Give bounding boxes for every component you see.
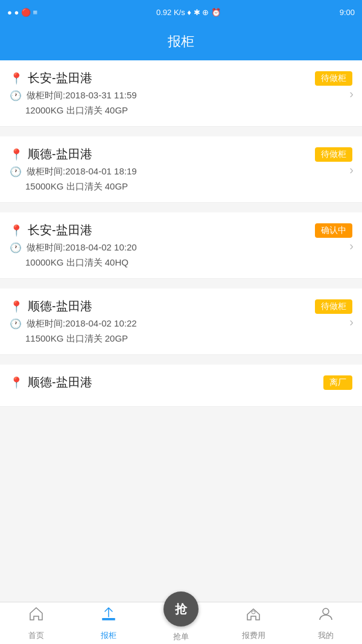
- page-title: 报柜: [168, 34, 194, 49]
- clock-icon: 🕐: [10, 318, 22, 330]
- clock-icon: 🕐: [10, 242, 22, 253]
- card-details: 15000KG 出口清关 40GP: [10, 181, 352, 193]
- status-center: 0.92 K/s ♦ ✱ ⊕ ⏰: [156, 8, 221, 17]
- route-label: 顺德-盐田港: [28, 146, 92, 162]
- card-time: 🕐 做柜时间:2018-03-31 11:59: [10, 90, 352, 101]
- status-badge: 待做柜: [315, 71, 352, 86]
- route-label: 顺德-盐田港: [28, 374, 92, 391]
- location-icon: 📍: [10, 300, 23, 313]
- nav-item-qiangdan[interactable]: 抢 抢单: [145, 602, 217, 644]
- card-title: 📍 长安-盐田港: [10, 70, 92, 86]
- svg-point-2: [323, 608, 329, 614]
- route-label: 长安-盐田港: [28, 222, 92, 238]
- nav-item-baofeiyong[interactable]: 报费用: [217, 602, 290, 644]
- status-badge: 离厂: [323, 375, 352, 390]
- home-icon: [28, 606, 44, 625]
- svg-rect-0: [103, 618, 115, 620]
- status-left: ● ● 🔴 ≡: [7, 8, 37, 17]
- chevron-right-icon: ›: [349, 314, 354, 328]
- location-icon: 📍: [10, 148, 23, 161]
- qiangdan-label: 抢单: [173, 631, 189, 642]
- location-icon: 📍: [10, 72, 23, 85]
- svg-rect-1: [252, 611, 255, 614]
- clock-icon: 🕐: [10, 166, 22, 177]
- status-badge: 确认中: [315, 223, 352, 238]
- card-title: 📍 长安-盐田港: [10, 222, 92, 238]
- list-item[interactable]: 📍 顺德-盐田港 待做柜 🕐 做柜时间:2018-04-02 10:22 115…: [0, 289, 362, 355]
- card-details: 10000KG 出口清关 40HQ: [10, 257, 352, 269]
- divider: [0, 127, 362, 132]
- status-bar: ● ● 🔴 ≡ 0.92 K/s ♦ ✱ ⊕ ⏰ 9:00: [0, 0, 362, 24]
- status-badge: 待做柜: [315, 147, 352, 162]
- card-header: 📍 顺德-盐田港 待做柜: [10, 146, 352, 162]
- baogui-icon: [101, 606, 116, 625]
- card-header: 📍 长安-盐田港 确认中: [10, 222, 352, 238]
- qiangdan-fab-button[interactable]: 抢: [164, 591, 198, 626]
- chevron-right-icon: ›: [349, 238, 354, 252]
- time-value: 做柜时间:2018-03-31 11:59: [27, 90, 137, 101]
- status-icons: ● ● 🔴 ≡: [7, 8, 37, 17]
- baofeiyong-icon: [246, 606, 261, 625]
- card-header: 📍 顺德-盐田港 离厂: [10, 374, 352, 391]
- list-item[interactable]: 📍 顺德-盐田港 离厂: [0, 365, 362, 407]
- list-item[interactable]: 📍 长安-盐田港 待做柜 🕐 做柜时间:2018-03-31 11:59 120…: [0, 60, 362, 127]
- location-icon: 📍: [10, 376, 23, 389]
- mine-label: 我的: [318, 630, 334, 641]
- card-details: 11500KG 出口清关 20GP: [10, 333, 352, 345]
- route-label: 顺德-盐田港: [28, 298, 92, 314]
- divider: [0, 355, 362, 360]
- divider: [0, 279, 362, 284]
- home-label: 首页: [28, 630, 44, 641]
- card-time: 🕐 做柜时间:2018-04-01 18:19: [10, 166, 352, 177]
- time: 9:00: [340, 8, 355, 17]
- route-label: 长安-盐田港: [28, 70, 92, 86]
- time-value: 做柜时间:2018-04-01 18:19: [27, 166, 137, 177]
- card-time: 🕐 做柜时间:2018-04-02 10:20: [10, 242, 352, 253]
- location-icon: 📍: [10, 224, 23, 237]
- time-value: 做柜时间:2018-04-02 10:20: [27, 242, 137, 253]
- network-speed: 0.92 K/s ♦ ✱ ⊕ ⏰: [156, 8, 221, 17]
- card-header: 📍 顺德-盐田港 待做柜: [10, 298, 352, 314]
- nav-item-baogui[interactable]: 报柜: [72, 602, 145, 644]
- card-header: 📍 长安-盐田港 待做柜: [10, 70, 352, 86]
- card-title: 📍 顺德-盐田港: [10, 374, 92, 391]
- card-title: 📍 顺德-盐田港: [10, 298, 92, 314]
- chevron-right-icon: ›: [349, 162, 354, 176]
- baogui-label: 报柜: [101, 630, 116, 641]
- list-item[interactable]: 📍 顺德-盐田港 待做柜 🕐 做柜时间:2018-04-01 18:19 150…: [0, 136, 362, 203]
- content-area: 📍 长安-盐田港 待做柜 🕐 做柜时间:2018-03-31 11:59 120…: [0, 60, 362, 602]
- status-right: 9:00: [340, 8, 355, 17]
- mine-icon: [318, 606, 334, 625]
- card-time: 🕐 做柜时间:2018-04-02 10:22: [10, 318, 352, 330]
- bottom-nav: 首页 报柜 抢 抢单 报费用 我的: [0, 602, 362, 644]
- divider: [0, 203, 362, 208]
- status-badge: 待做柜: [315, 299, 352, 314]
- card-title: 📍 顺德-盐田港: [10, 146, 92, 162]
- card-details: 12000KG 出口清关 40GP: [10, 105, 352, 116]
- page-header: 报柜: [0, 24, 362, 60]
- nav-item-mine[interactable]: 我的: [290, 602, 362, 644]
- chevron-right-icon: ›: [349, 86, 354, 100]
- time-value: 做柜时间:2018-04-02 10:22: [27, 318, 137, 330]
- list-item[interactable]: 📍 长安-盐田港 确认中 🕐 做柜时间:2018-04-02 10:20 100…: [0, 212, 362, 279]
- baofeiyong-label: 报费用: [242, 630, 265, 641]
- clock-icon: 🕐: [10, 90, 22, 101]
- nav-item-home[interactable]: 首页: [0, 602, 72, 644]
